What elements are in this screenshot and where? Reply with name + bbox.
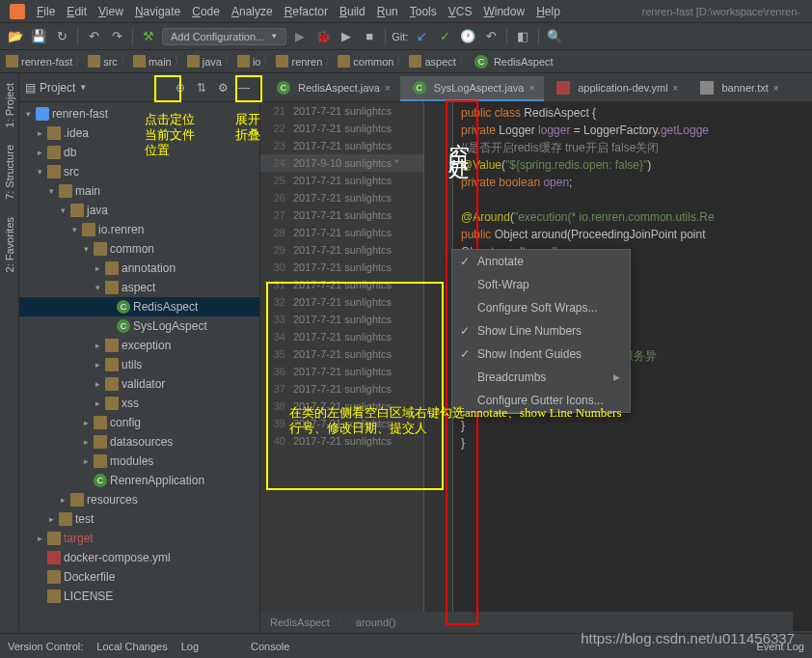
tree-node[interactable]: ▸utils	[19, 355, 259, 374]
debug-icon[interactable]: 🐞	[313, 27, 333, 46]
blame-row[interactable]: 222017-7-21 sunlightcs	[260, 120, 423, 137]
editor-gutter[interactable]	[424, 102, 453, 631]
collapse-icon[interactable]: —	[234, 78, 254, 97]
sort-icon[interactable]: ⇅	[192, 78, 211, 97]
tree-node[interactable]: ▸annotation	[19, 259, 259, 278]
breadcrumb-method[interactable]: around()	[356, 617, 396, 628]
status-console[interactable]: Console	[251, 641, 289, 652]
coverage-icon[interactable]: ▶	[337, 27, 356, 46]
blame-row[interactable]: 252017-7-21 sunlightcs	[260, 172, 423, 189]
blame-row[interactable]: 302017-7-21 sunlightcs	[260, 259, 423, 276]
tree-node[interactable]: ▸resources	[19, 490, 259, 509]
stop-icon[interactable]: ■	[360, 27, 379, 46]
annotate-gutter[interactable]: 212017-7-21 sunlightcs222017-7-21 sunlig…	[260, 102, 424, 631]
menu-tools[interactable]: Tools	[404, 3, 443, 20]
menu-analyze[interactable]: Analyze	[226, 3, 279, 20]
blame-row[interactable]: 282017-7-21 sunlightcs	[260, 224, 423, 241]
context-menu-item[interactable]: Soft-Wrap	[452, 273, 630, 296]
blame-row[interactable]: 372017-7-21 sunlightcs	[260, 380, 423, 398]
tree-node[interactable]: ▸xss	[19, 394, 259, 413]
breadcrumb-item[interactable]: java	[187, 55, 222, 68]
menu-code[interactable]: Code	[186, 3, 226, 20]
run-icon[interactable]: ▶	[290, 27, 310, 46]
breadcrumb-item[interactable]: common	[338, 55, 393, 68]
blame-row[interactable]: 312017-7-21 sunlightcs	[260, 276, 423, 293]
menu-edit[interactable]: Edit	[61, 3, 93, 20]
tree-node[interactable]: ▾common	[19, 239, 259, 259]
context-menu-item[interactable]: Annotate	[452, 250, 630, 273]
breadcrumb-item[interactable]: renren-fast	[6, 55, 72, 68]
tree-node[interactable]: ▾src	[19, 162, 259, 181]
tree-node[interactable]: SysLogAspect	[19, 316, 259, 336]
breadcrumb-class[interactable]: RedisAspect	[270, 617, 330, 628]
tree-node[interactable]: RenrenApplication	[19, 471, 259, 490]
vcs-update-icon[interactable]: ↙	[412, 27, 431, 46]
blame-row[interactable]: 342017-7-21 sunlightcs	[260, 328, 423, 345]
menu-help[interactable]: Help	[530, 3, 566, 20]
save-icon[interactable]: 💾	[29, 27, 48, 46]
redo-icon[interactable]: ↷	[107, 27, 126, 46]
breadcrumb-item[interactable]: aspect	[409, 55, 455, 68]
tree-node[interactable]: ▾renren-fast	[19, 104, 259, 123]
tree-node[interactable]: docker-compose.yml	[19, 548, 259, 567]
gear-icon[interactable]: ⚙	[213, 78, 232, 97]
tree-node[interactable]: ▸exception	[19, 336, 259, 355]
editor-tab[interactable]: RedisAspect.java×	[264, 76, 400, 101]
menu-view[interactable]: View	[93, 3, 129, 20]
status-log[interactable]: Log	[181, 641, 199, 652]
tree-node[interactable]: ▸validator	[19, 374, 259, 394]
vcs-commit-icon[interactable]: ✓	[435, 27, 454, 46]
blame-row[interactable]: 332017-7-21 sunlightcs	[260, 311, 423, 328]
menu-run[interactable]: Run	[371, 3, 404, 20]
tree-node[interactable]: ▸datasources	[19, 432, 259, 452]
tree-node[interactable]: LICENSE	[19, 587, 259, 606]
blame-row[interactable]: 212017-7-21 sunlightcs	[260, 102, 423, 120]
vcs-history-icon[interactable]: 🕐	[458, 27, 477, 46]
menu-navigate[interactable]: Navigate	[129, 3, 186, 20]
menu-build[interactable]: Build	[334, 3, 371, 20]
tool-tab-structure[interactable]: 7: Structure	[0, 135, 18, 207]
search-icon[interactable]: 🔍	[545, 27, 564, 46]
breadcrumb-item[interactable]: main	[133, 55, 172, 68]
blame-row[interactable]: 232017-7-21 sunlightcs	[260, 137, 423, 154]
tree-node[interactable]: RedisAspect	[19, 297, 259, 316]
breadcrumb-item[interactable]: renren	[276, 55, 322, 68]
blame-row[interactable]: 292017-7-21 sunlightcs	[260, 241, 423, 259]
tree-node[interactable]: ▸modules	[19, 452, 259, 471]
undo-icon[interactable]: ↶	[84, 27, 103, 46]
tree-node[interactable]: Dockerfile	[19, 567, 259, 587]
context-menu-item[interactable]: Show Line Numbers	[452, 319, 630, 343]
blame-row[interactable]: 242017-9-10 sunlightcs *	[260, 154, 423, 172]
tree-node[interactable]: ▾java	[19, 201, 259, 220]
editor-tab[interactable]: banner.txt×	[688, 76, 788, 101]
breadcrumb-item[interactable]: src	[88, 55, 118, 68]
tree-node[interactable]: ▾io.renren	[19, 220, 259, 239]
tree-node[interactable]: ▸target	[19, 529, 259, 548]
locate-icon[interactable]: ⊕	[171, 78, 190, 97]
menu-window[interactable]: Window	[477, 3, 530, 20]
breadcrumb-item[interactable]: RedisAspect	[472, 55, 554, 69]
project-tree[interactable]: ▾renren-fast▸.idea▸db▾src▾main▾java▾io.r…	[19, 102, 259, 631]
editor-tab[interactable]: application-dev.yml×	[544, 76, 688, 101]
blame-row[interactable]: 362017-7-21 sunlightcs	[260, 363, 423, 380]
menu-vcs[interactable]: VCS	[443, 3, 478, 20]
editor-tab[interactable]: SysLogAspect.java×	[400, 76, 544, 101]
hammer-icon[interactable]: ⚒	[139, 27, 158, 46]
tree-node[interactable]: ▸.idea	[19, 123, 259, 143]
breadcrumb-item[interactable]: io	[237, 55, 261, 68]
tool-tab-project[interactable]: 1: Project	[0, 73, 18, 135]
status-vc-label[interactable]: Version Control:	[8, 641, 83, 652]
menu-file[interactable]: File	[31, 3, 61, 20]
tree-node[interactable]: ▸db	[19, 143, 259, 162]
blame-row[interactable]: 262017-7-21 sunlightcs	[260, 189, 423, 206]
open-icon[interactable]: 📂	[6, 27, 25, 46]
context-menu-item[interactable]: Configure Soft Wraps...	[452, 296, 630, 319]
structure-icon[interactable]: ◧	[513, 27, 532, 46]
blame-row[interactable]: 352017-7-21 sunlightcs	[260, 345, 423, 363]
context-menu-item[interactable]: Breadcrumbs▶	[452, 366, 630, 389]
tree-node[interactable]: ▸config	[19, 413, 259, 432]
vcs-revert-icon[interactable]: ↶	[481, 27, 501, 46]
run-config-combo[interactable]: Add Configuration...▼	[162, 28, 286, 45]
tool-tab-favorites[interactable]: 2: Favorites	[0, 207, 18, 280]
tree-node[interactable]: ▾main	[19, 181, 259, 201]
